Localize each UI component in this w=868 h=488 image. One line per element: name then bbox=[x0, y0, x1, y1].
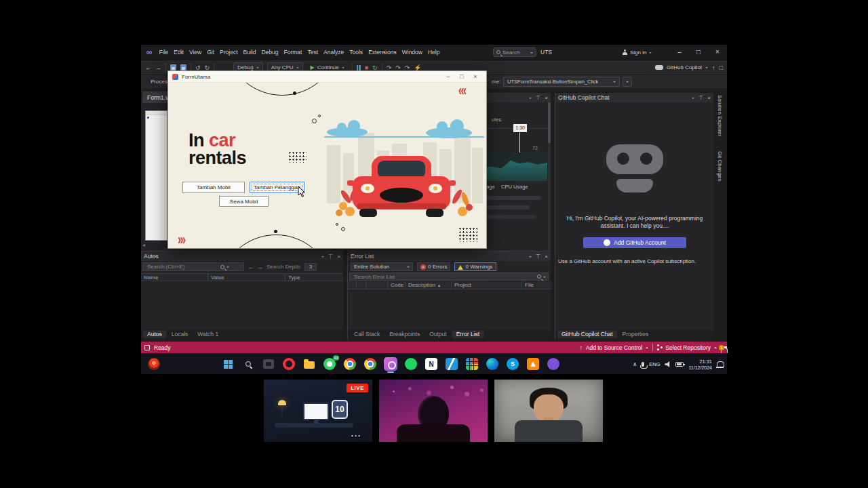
minimize-button[interactable]: – bbox=[441, 71, 455, 82]
redo-icon[interactable]: ↻ bbox=[205, 64, 210, 71]
pin-icon[interactable]: ⊤ bbox=[536, 95, 540, 101]
save-icon[interactable] bbox=[170, 64, 176, 70]
more-dots[interactable]: ... bbox=[351, 430, 361, 438]
sidebar-tab-git-changes[interactable]: Git Changes bbox=[717, 151, 723, 181]
vlc-button[interactable] bbox=[526, 357, 540, 371]
pin-icon[interactable]: ⊤ bbox=[536, 253, 540, 260]
webcam-thumbnail-1[interactable] bbox=[379, 380, 488, 442]
column-type[interactable]: Type bbox=[285, 274, 343, 281]
step-out-icon[interactable]: ↷ bbox=[405, 64, 410, 71]
start-button[interactable] bbox=[221, 357, 235, 371]
menu-item-build[interactable]: Build bbox=[241, 49, 259, 56]
close-button[interactable]: × bbox=[708, 45, 727, 60]
menu-item-extensions[interactable]: Extensions bbox=[366, 49, 399, 56]
tab-properties[interactable]: Properties bbox=[618, 330, 653, 338]
errors-filter-button[interactable]: × 0 Errors bbox=[417, 262, 450, 271]
add-to-source-control-button[interactable]: ↑ Add to Source Control bbox=[579, 344, 648, 351]
menu-item-analyze[interactable]: Analyze bbox=[321, 49, 347, 56]
skype-button[interactable]: S bbox=[506, 357, 519, 371]
thread-dropdown[interactable] bbox=[623, 77, 632, 87]
copilot-toolbar-button[interactable]: GitHub Copilot bbox=[655, 64, 708, 70]
language-indicator[interactable]: ENG bbox=[649, 361, 660, 367]
scope-dropdown[interactable]: Entire Solution bbox=[351, 262, 413, 271]
tab-locals[interactable]: Locals bbox=[167, 330, 193, 338]
menu-item-file[interactable]: File bbox=[157, 49, 172, 56]
step-over-icon[interactable]: ↷ bbox=[395, 64, 401, 71]
column-file[interactable]: File bbox=[521, 281, 551, 289]
formutama-titlebar[interactable]: FormUtama – □ × bbox=[168, 71, 486, 83]
window-position-icon[interactable] bbox=[529, 256, 532, 259]
save-all-icon[interactable] bbox=[180, 64, 186, 70]
tab-github-copilot-chat[interactable]: GitHub Copilot Chat bbox=[557, 330, 617, 338]
menu-item-format[interactable]: Format bbox=[281, 49, 305, 56]
pin-icon[interactable]: ⊤ bbox=[328, 253, 333, 260]
menu-item-test[interactable]: Test bbox=[304, 49, 321, 56]
notion-button[interactable]: N bbox=[425, 357, 438, 371]
break-all-icon[interactable] bbox=[357, 65, 361, 70]
close-icon[interactable]: × bbox=[545, 253, 548, 260]
stop-icon[interactable]: ■ bbox=[365, 64, 368, 71]
menu-item-tools[interactable]: Tools bbox=[347, 49, 366, 56]
close-button[interactable]: × bbox=[469, 71, 482, 82]
column-flag[interactable] bbox=[356, 281, 366, 289]
hot-reload-icon[interactable]: ⚡ bbox=[414, 64, 421, 71]
taskbar-search-button[interactable] bbox=[241, 357, 255, 371]
menu-item-debug[interactable]: Debug bbox=[258, 49, 281, 56]
warnings-filter-button[interactable]: 0 Warnings bbox=[454, 262, 496, 271]
vs-search-box[interactable]: Search bbox=[493, 47, 536, 57]
tray-expand-icon[interactable]: ∧ bbox=[633, 361, 637, 367]
rubiks-app-button[interactable] bbox=[465, 357, 479, 371]
restart-icon[interactable]: ↻ bbox=[372, 64, 378, 71]
forward-icon[interactable]: → bbox=[155, 64, 161, 71]
menu-item-project[interactable]: Project bbox=[217, 49, 240, 56]
more-options-icon[interactable]: □ bbox=[719, 64, 723, 71]
autos-search-input[interactable] bbox=[145, 263, 218, 270]
select-repository-button[interactable]: Select Repository bbox=[657, 344, 717, 351]
screen-recorder-button[interactable] bbox=[384, 357, 397, 371]
step-into-icon[interactable]: ↷ bbox=[387, 64, 392, 71]
minimize-button[interactable]: – bbox=[670, 45, 689, 60]
scroll-left-icon[interactable]: ◂ bbox=[142, 242, 145, 248]
stream-thumbnail-live[interactable]: 10 LIVE ... bbox=[264, 380, 372, 442]
file-explorer-button[interactable] bbox=[302, 357, 316, 371]
window-position-icon[interactable] bbox=[529, 98, 532, 100]
stack-frame-dropdown[interactable]: UTSFormTransaksi.ButtonSimpan_Click bbox=[503, 77, 620, 87]
notification-center-icon[interactable] bbox=[717, 361, 723, 368]
column-name[interactable]: Name bbox=[141, 274, 208, 281]
column-code[interactable]: Code bbox=[387, 281, 405, 289]
sidebar-tab-solution-explorer[interactable]: Solution Explorer bbox=[717, 95, 723, 136]
close-icon[interactable]: × bbox=[337, 253, 340, 260]
scrollbar[interactable] bbox=[548, 102, 551, 251]
tab-error-list[interactable]: Error List bbox=[452, 330, 484, 338]
tab-watch1[interactable]: Watch 1 bbox=[193, 330, 222, 338]
prev-result-icon[interactable]: ← bbox=[248, 264, 254, 270]
chrome-button[interactable] bbox=[343, 357, 357, 371]
tab-output[interactable]: Output bbox=[425, 330, 451, 338]
menu-item-edit[interactable]: Edit bbox=[171, 49, 186, 56]
microphone-icon[interactable] bbox=[642, 362, 644, 367]
menu-item-view[interactable]: View bbox=[186, 49, 204, 56]
window-position-icon[interactable] bbox=[692, 98, 694, 100]
error-search-input[interactable] bbox=[352, 273, 535, 280]
maximize-button[interactable]: □ bbox=[455, 71, 469, 82]
menu-item-help[interactable]: Help bbox=[425, 49, 442, 56]
clock[interactable]: 21:31 11/12/2024 bbox=[688, 359, 712, 371]
background-tasks-icon[interactable] bbox=[144, 345, 150, 350]
column-severity[interactable] bbox=[348, 281, 356, 289]
vscode-button[interactable] bbox=[445, 357, 458, 371]
maximize-button[interactable]: □ bbox=[689, 45, 708, 60]
snipping-tool-button[interactable] bbox=[262, 357, 275, 371]
pin-icon[interactable]: ⊤ bbox=[698, 95, 703, 101]
column-project[interactable]: Project bbox=[451, 281, 521, 289]
tab-call-stack[interactable]: Call Stack bbox=[350, 330, 384, 338]
tab-breakpoints[interactable]: Breakpoints bbox=[385, 330, 424, 338]
menu-item-window[interactable]: Window bbox=[399, 49, 425, 56]
tab-autos[interactable]: Autos bbox=[143, 330, 166, 338]
column-description[interactable]: Description▲ bbox=[405, 281, 451, 289]
opera-button[interactable] bbox=[282, 357, 296, 371]
column-blank[interactable] bbox=[366, 281, 387, 289]
column-value[interactable]: Value bbox=[208, 274, 285, 281]
menu-item-git[interactable]: Git bbox=[204, 49, 217, 56]
undo-icon[interactable]: ↺ bbox=[195, 64, 201, 71]
close-icon[interactable]: × bbox=[545, 95, 548, 101]
